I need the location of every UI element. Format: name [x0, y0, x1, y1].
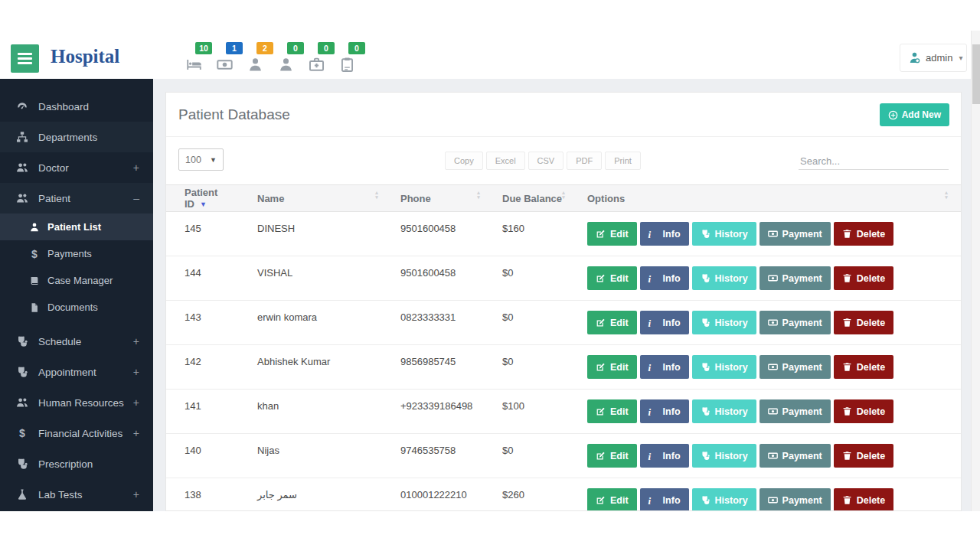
caret-down-icon: ▼: [210, 156, 217, 164]
table-row: 140Nijas9746535758$0EditiInfoHistoryPaym…: [166, 434, 961, 478]
sidebar-item-schedule[interactable]: Schedule+: [0, 326, 153, 357]
header-badge-bed[interactable]: 10: [186, 42, 212, 73]
info-button[interactable]: iInfo: [640, 355, 689, 379]
info-button[interactable]: iInfo: [640, 399, 689, 423]
history-button[interactable]: History: [692, 399, 756, 423]
admin-menu-button[interactable]: admin ▾: [900, 44, 967, 72]
name-cell: Nijas: [239, 434, 382, 478]
sidebar-toggle-button[interactable]: [11, 44, 39, 73]
bed-icon: [186, 57, 202, 73]
delete-button[interactable]: Delete: [834, 355, 894, 379]
history-button[interactable]: History: [692, 222, 756, 246]
sidebar-item-financial-activities[interactable]: $Financial Activities+: [0, 418, 153, 448]
sidebar-item-payments[interactable]: $Payments: [0, 240, 153, 267]
sidebar-item-dashboard[interactable]: Dashboard: [0, 91, 153, 122]
add-new-button[interactable]: Add New: [880, 103, 949, 126]
sidebar-item-label: Dashboard: [38, 101, 89, 112]
history-button[interactable]: History: [692, 444, 756, 468]
sidebar-item-label: Lab Tests: [38, 489, 83, 500]
export-buttons: CopyExcelCSVPDFPrint: [445, 152, 644, 170]
column-header-name[interactable]: Name▴▾: [239, 185, 382, 212]
edit-button[interactable]: Edit: [587, 355, 637, 379]
edit-button-label: Edit: [610, 229, 629, 240]
edit-button[interactable]: Edit: [587, 399, 637, 423]
payment-button[interactable]: Payment: [760, 488, 831, 511]
delete-button[interactable]: Delete: [834, 399, 894, 423]
delete-button-label: Delete: [857, 451, 886, 461]
scrollbar-thumb[interactable]: [972, 44, 980, 104]
history-icon: [701, 229, 710, 239]
sidebar-item-documents[interactable]: Documents: [0, 294, 153, 321]
column-header-phone[interactable]: Phone▴▾: [382, 185, 484, 212]
header-badge-money[interactable]: 1: [217, 42, 243, 73]
payment-button[interactable]: Payment: [760, 399, 831, 423]
page-length-select[interactable]: 100 ▼: [178, 148, 224, 171]
main-content: Patient Database Add New 100 ▼ CopyExcel…: [153, 79, 971, 511]
history-button[interactable]: History: [692, 355, 756, 379]
payment-button-label: Payment: [782, 318, 822, 328]
sidebar-item-prescription[interactable]: Prescription: [0, 448, 153, 479]
sidebar-item-lab-tests[interactable]: Lab Tests+: [0, 479, 153, 510]
delete-button[interactable]: Delete: [834, 222, 894, 246]
edit-button-label: Edit: [610, 273, 629, 284]
edit-button[interactable]: Edit: [587, 311, 637, 334]
print-export-button[interactable]: Print: [605, 152, 641, 170]
edit-icon: [596, 495, 606, 505]
phone-cell: 9501600458: [382, 212, 484, 256]
header-badge-patient[interactable]: 2: [247, 42, 273, 73]
delete-button[interactable]: Delete: [834, 488, 894, 511]
column-header-patient-id[interactable]: Patient ID▼: [166, 185, 239, 212]
payment-button[interactable]: Payment: [760, 222, 831, 246]
delete-button-label: Delete: [857, 362, 886, 373]
sidebar-item-patient-list[interactable]: Patient List: [0, 214, 153, 240]
edit-button[interactable]: Edit: [587, 222, 637, 246]
history-button[interactable]: History: [692, 488, 756, 511]
column-header-options[interactable]: Options▴▾: [569, 185, 961, 212]
delete-button[interactable]: Delete: [834, 266, 894, 290]
scrollbar-track[interactable]: [971, 31, 980, 511]
payment-button[interactable]: Payment: [760, 311, 831, 334]
delete-button-label: Delete: [857, 273, 886, 284]
edit-button[interactable]: Edit: [587, 266, 637, 290]
sidebar-item-human-resources[interactable]: Human Resources+: [0, 387, 153, 418]
payment-button[interactable]: Payment: [760, 444, 831, 468]
search-input[interactable]: [799, 153, 949, 170]
info-button[interactable]: iInfo: [640, 266, 689, 290]
patient-id-cell: 138: [166, 478, 239, 512]
history-icon: [701, 495, 710, 505]
info-button[interactable]: iInfo: [640, 222, 689, 246]
sidebar-item-patient[interactable]: Patient–: [0, 183, 153, 214]
table-row: 143erwin komara0823333331$0EditiInfoHist…: [166, 301, 961, 345]
flask-icon: [16, 488, 28, 500]
payment-button-label: Payment: [782, 362, 822, 373]
payment-button[interactable]: Payment: [760, 355, 831, 379]
edit-button[interactable]: Edit: [587, 444, 637, 468]
info-button[interactable]: iInfo: [640, 444, 689, 468]
excel-export-button[interactable]: Excel: [486, 152, 525, 170]
options-cell: EditiInfoHistoryPaymentDelete: [569, 478, 961, 512]
edit-button[interactable]: Edit: [587, 488, 637, 511]
edit-button-label: Edit: [610, 451, 629, 461]
info-button-label: Info: [663, 362, 681, 373]
csv-export-button[interactable]: CSV: [528, 152, 564, 170]
header-badge-report[interactable]: 0: [339, 42, 365, 73]
sidebar-item-case-manager[interactable]: Case Manager: [0, 267, 153, 294]
sidebar-item-appointment[interactable]: Appointment+: [0, 357, 153, 387]
copy-export-button[interactable]: Copy: [445, 152, 483, 170]
hamburger-icon: [18, 53, 32, 55]
header-badge-medkit[interactable]: 0: [309, 42, 335, 73]
column-header-due-balance[interactable]: Due Balance▴▾: [484, 185, 569, 212]
payment-button[interactable]: Payment: [760, 266, 831, 290]
sidebar-item-doctor[interactable]: Doctor+: [0, 152, 153, 183]
history-button[interactable]: History: [692, 266, 756, 290]
delete-button[interactable]: Delete: [834, 311, 894, 334]
due-balance-cell: $0: [484, 345, 569, 390]
info-button[interactable]: iInfo: [640, 488, 689, 511]
sidebar-item-departments[interactable]: Departments: [0, 122, 153, 152]
history-button[interactable]: History: [692, 311, 756, 334]
pdf-export-button[interactable]: PDF: [567, 152, 602, 170]
expand-plus-icon: +: [133, 366, 139, 378]
header-badge-doctor[interactable]: 0: [278, 42, 304, 73]
info-button[interactable]: iInfo: [640, 311, 689, 334]
delete-button[interactable]: Delete: [834, 444, 894, 468]
